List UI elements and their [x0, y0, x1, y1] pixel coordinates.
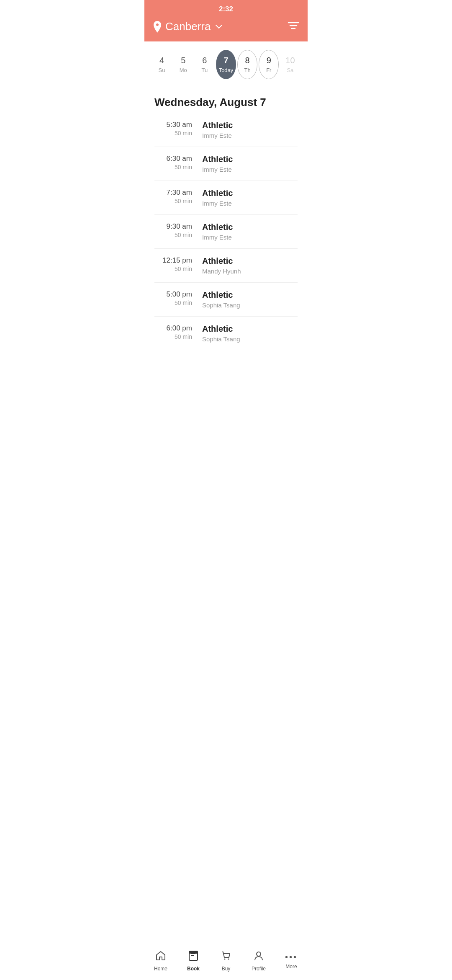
schedule-item-5[interactable]: 5:00 pm 50 min Athletic Sophia Tsang	[154, 283, 298, 317]
time-block-4: 12:15 pm 50 min	[154, 256, 192, 272]
location-selector[interactable]: Canberra	[153, 20, 222, 33]
day-item-today[interactable]: 7 Today	[216, 50, 236, 79]
status-bar: 2:32	[144, 0, 308, 16]
class-info-4: Athletic Mandy Hyunh	[202, 256, 298, 275]
day-item-thu[interactable]: 8 Th	[237, 50, 257, 79]
day-item-sun[interactable]: 4 Su	[152, 50, 172, 79]
schedule-item-1[interactable]: 6:30 am 50 min Athletic Immy Este	[154, 147, 298, 181]
class-info-5: Athletic Sophia Tsang	[202, 290, 298, 309]
schedule-item-4[interactable]: 12:15 pm 50 min Athletic Mandy Hyunh	[154, 249, 298, 283]
schedule-list: 5:30 am 50 min Athletic Immy Este 6:30 a…	[144, 113, 308, 350]
status-time: 2:32	[219, 5, 233, 13]
day-item-fri[interactable]: 9 Fr	[259, 50, 279, 79]
content-area: 4 Su 5 Mo 6 Tu 7 Today 8 Th 9 Fr 10 Sa W…	[144, 41, 308, 388]
class-info-0: Athletic Immy Este	[202, 121, 298, 139]
day-item-sat[interactable]: 10 Sa	[280, 50, 300, 79]
schedule-item-2[interactable]: 7:30 am 50 min Athletic Immy Este	[154, 181, 298, 215]
schedule-item-6[interactable]: 6:00 pm 50 min Athletic Sophia Tsang	[154, 317, 298, 350]
location-name: Canberra	[165, 20, 211, 33]
time-block-0: 5:30 am 50 min	[154, 121, 192, 137]
class-info-3: Athletic Immy Este	[202, 222, 298, 241]
time-block-6: 6:00 pm 50 min	[154, 324, 192, 340]
chevron-down-icon	[216, 23, 222, 31]
date-title: Wednesday, August 7	[154, 96, 298, 109]
schedule-item-0[interactable]: 5:30 am 50 min Athletic Immy Este	[154, 113, 298, 147]
date-header: Wednesday, August 7	[144, 88, 308, 113]
time-block-1: 6:30 am 50 min	[154, 155, 192, 170]
time-block-3: 9:30 am 50 min	[154, 222, 192, 238]
location-pin-icon	[153, 21, 162, 33]
header: Canberra	[144, 16, 308, 41]
day-item-mon[interactable]: 5 Mo	[173, 50, 193, 79]
filter-icon[interactable]	[288, 21, 299, 33]
calendar-strip: 4 Su 5 Mo 6 Tu 7 Today 8 Th 9 Fr 10 Sa	[144, 41, 308, 88]
class-info-2: Athletic Immy Este	[202, 188, 298, 207]
class-info-1: Athletic Immy Este	[202, 155, 298, 173]
time-block-2: 7:30 am 50 min	[154, 188, 192, 204]
time-block-5: 5:00 pm 50 min	[154, 290, 192, 306]
day-item-tue[interactable]: 6 Tu	[195, 50, 215, 79]
schedule-item-3[interactable]: 9:30 am 50 min Athletic Immy Este	[154, 215, 298, 249]
class-info-6: Athletic Sophia Tsang	[202, 324, 298, 343]
